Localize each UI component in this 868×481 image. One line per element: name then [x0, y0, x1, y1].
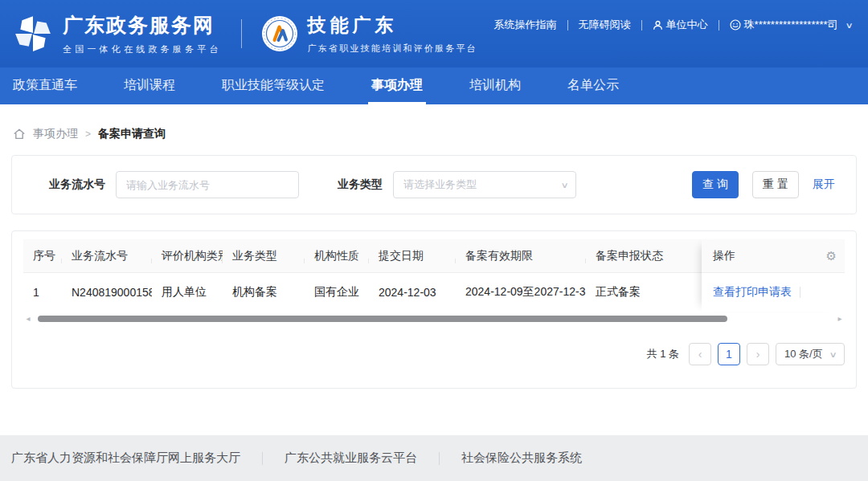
col-validity: 备案有效期限 — [456, 249, 586, 263]
cell-seq: 1 — [23, 286, 62, 299]
col-action: 操作 — [713, 249, 735, 263]
nav-item-courses[interactable]: 培训课程 — [124, 67, 175, 104]
home-icon[interactable] — [13, 128, 26, 141]
pagination-total: 共 1 条 — [647, 347, 679, 361]
gd-gov-brand-text: 广东政务服务网 全国一体化在线政务服务平台 — [63, 12, 222, 55]
content: 事项办理 > 备案申请查询 业务流水号 业务类型 请选择业务类型 ∨ 查 询 重… — [0, 104, 868, 389]
site-footer: 广东省人力资源和社会保障厅网上服务大厅 广东公共就业服务云平台 社会保险公共服务… — [0, 435, 868, 481]
page: 广东政务服务网 全国一体化在线政务服务平台 技能广东 广东省职业技能培训和评价服… — [0, 0, 868, 481]
site-header: 广东政务服务网 全国一体化在线政务服务平台 技能广东 广东省职业技能培训和评价服… — [0, 0, 868, 67]
chevron-down-icon: ∨ — [560, 181, 568, 190]
prev-icon: ‹ — [698, 348, 702, 361]
cell-submit-date: 2024-12-03 — [369, 286, 456, 299]
site-subtitle: 全国一体化在线政务服务平台 — [63, 43, 222, 55]
header-links: 系统操作指南 无障碍阅读 单位中心 珠*************** — [494, 18, 852, 32]
user-name: 珠******************司 — [744, 18, 838, 32]
platform-subtitle: 广东省职业技能培训和评价服务平台 — [308, 43, 477, 55]
search-panel: 业务流水号 业务类型 请选择业务类型 ∨ 查 询 重 置 展开 — [11, 155, 857, 214]
footer-divider — [262, 452, 263, 465]
business-type-placeholder: 请选择业务类型 — [403, 177, 477, 192]
brand-area: 广东政务服务网 全国一体化在线政务服务平台 技能广东 广东省职业技能培训和评价服… — [13, 12, 477, 55]
col-serial: 业务流水号 — [62, 249, 152, 263]
cell-org-category: 用人单位 — [152, 285, 223, 300]
scrollbar-thumb[interactable] — [38, 316, 727, 322]
results-table: 序号 业务流水号 评价机构类别 业务类型 机构性质 提交日期 备案有效期限 备案… — [23, 239, 845, 312]
accessibility-link[interactable]: 无障碍阅读 — [579, 18, 631, 32]
page-size-value: 10 条/页 — [784, 347, 823, 361]
unit-center-label: 单位中心 — [666, 18, 708, 32]
cell-org-nature: 国有企业 — [305, 285, 369, 300]
col-seq: 序号 — [23, 249, 62, 263]
cell-biz-type: 机构备案 — [223, 285, 305, 300]
chevron-down-icon: ∨ — [845, 21, 853, 30]
system-guide-label: 系统操作指南 — [494, 18, 557, 32]
link-separator — [719, 20, 719, 31]
platform-name: 技能广东 — [308, 13, 477, 38]
reset-button[interactable]: 重 置 — [752, 171, 799, 198]
footer-link-social-insurance[interactable]: 社会保险公共服务系统 — [461, 450, 582, 466]
serial-number-input[interactable] — [116, 171, 299, 198]
scrollbar-track[interactable] — [33, 316, 835, 322]
expand-link[interactable]: 展开 — [813, 177, 835, 192]
horizontal-scrollbar: ◂ ▸ — [23, 313, 845, 324]
next-page-button[interactable]: › — [747, 343, 769, 365]
scroll-right-arrow-icon[interactable]: ▸ — [835, 315, 845, 323]
link-separator — [641, 20, 642, 31]
scroll-left-arrow-icon[interactable]: ◂ — [23, 315, 33, 323]
site-name: 广东政务服务网 — [63, 12, 222, 39]
next-icon: › — [756, 348, 760, 361]
user-avatar-icon — [730, 19, 741, 31]
user-menu[interactable]: 珠******************司 ∨ — [730, 18, 852, 32]
footer-divider — [439, 452, 440, 465]
search-actions: 查 询 重 置 展开 — [692, 171, 835, 198]
breadcrumb-divider: > — [85, 128, 91, 140]
link-separator — [567, 20, 568, 31]
accessibility-label: 无障碍阅读 — [579, 18, 631, 32]
view-print-application-link[interactable]: 查看打印申请表 — [713, 285, 792, 300]
action-cell: 查看打印申请表 — [702, 273, 845, 312]
column-settings-gear-icon[interactable]: ⚙ — [826, 250, 837, 262]
col-biz-type: 业务类型 — [223, 249, 305, 263]
skills-gd-brand-text: 技能广东 广东省职业技能培训和评价服务平台 — [308, 13, 477, 55]
col-org-nature: 机构性质 — [305, 249, 369, 263]
person-icon — [653, 20, 663, 31]
footer-link-hrss-hall[interactable]: 广东省人力资源和社会保障厅网上服务大厅 — [11, 450, 240, 466]
breadcrumb: 事项办理 > 备案申请查询 — [13, 127, 855, 141]
skills-guangdong-emblem-icon — [261, 15, 298, 52]
serial-number-label: 业务流水号 — [49, 177, 105, 192]
prev-page-button[interactable]: ‹ — [689, 343, 711, 365]
chevron-down-icon: ∨ — [829, 350, 837, 359]
brand-divider — [241, 19, 242, 48]
col-org-category: 评价机构类别 — [152, 249, 223, 263]
col-submit-date: 提交日期 — [369, 249, 456, 263]
query-button[interactable]: 查 询 — [692, 171, 739, 198]
breadcrumb-section[interactable]: 事项办理 — [33, 127, 78, 141]
nav-item-skill-certification[interactable]: 职业技能等级认定 — [222, 67, 325, 104]
cell-serial: N240819000158 — [62, 286, 152, 299]
page-size-select[interactable]: 10 条/页 ∨ — [776, 343, 845, 365]
gd-gov-pinwheel-logo-icon — [13, 14, 53, 54]
pagination: 共 1 条 ‹ 1 › 10 条/页 ∨ — [23, 343, 845, 365]
cell-status: 正式备案 — [586, 285, 706, 300]
page-number-button[interactable]: 1 — [718, 343, 740, 365]
action-column-header: 操作 ⚙ — [702, 239, 845, 273]
action-divider — [800, 287, 800, 298]
system-guide-link[interactable]: 系统操作指南 — [494, 18, 557, 32]
col-status: 备案申报状态 — [586, 249, 706, 263]
results-panel: 序号 业务流水号 评价机构类别 业务类型 机构性质 提交日期 备案有效期限 备案… — [11, 230, 857, 389]
breadcrumb-current: 备案申请查询 — [98, 127, 166, 141]
nav-item-policy[interactable]: 政策直通车 — [13, 67, 77, 104]
nav-item-matters[interactable]: 事项办理 — [371, 67, 423, 104]
business-type-label: 业务类型 — [338, 177, 383, 192]
business-type-select[interactable]: 请选择业务类型 ∨ — [393, 171, 576, 198]
main-nav: 政策直通车 培训课程 职业技能等级认定 事项办理 培训机构 名单公示 — [0, 67, 868, 104]
cell-validity: 2024-12-09至2027-12-31 — [456, 285, 586, 300]
fixed-action-column: 操作 ⚙ 查看打印申请表 — [702, 239, 845, 312]
footer-link-employment-cloud[interactable]: 广东公共就业服务云平台 — [285, 450, 417, 466]
nav-item-training-orgs[interactable]: 培训机构 — [469, 67, 521, 104]
unit-center-link[interactable]: 单位中心 — [653, 18, 708, 32]
nav-item-public-list[interactable]: 名单公示 — [567, 67, 619, 104]
